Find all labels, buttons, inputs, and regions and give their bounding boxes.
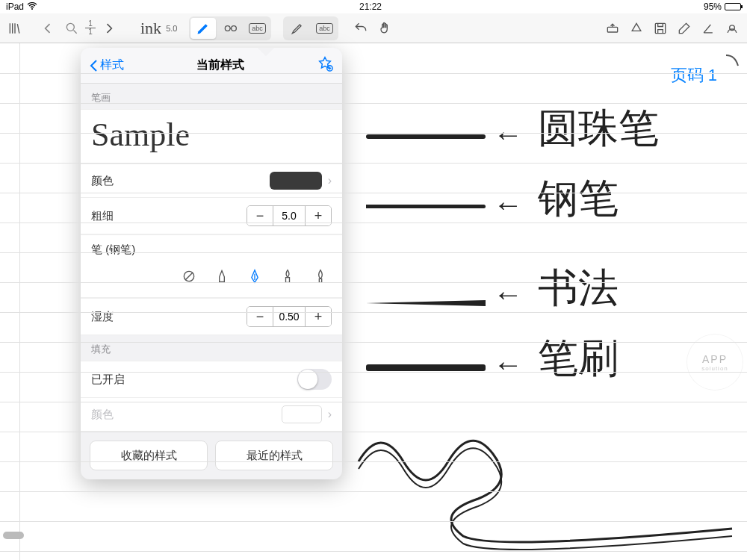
svg-rect-4 — [607, 27, 617, 32]
favorite-styles-button[interactable]: 收藏的样式 — [90, 441, 208, 470]
page-number-label: 页码 1 — [671, 64, 717, 87]
margin-line — [19, 43, 20, 560]
page-indicator[interactable]: 1 1 — [85, 20, 96, 36]
watermark: APPsolution — [687, 335, 743, 390]
popover-title: 当前样式 — [196, 57, 244, 73]
thickness-row: 粗细 − 5.0 + — [81, 198, 342, 234]
stroke-fountain — [366, 205, 486, 208]
recent-styles-button[interactable]: 最近的样式 — [215, 441, 333, 470]
search-icon[interactable] — [61, 18, 82, 39]
wifi-icon — [27, 1, 37, 12]
settings-icon[interactable] — [722, 18, 743, 39]
sample-preview: Sample — [81, 109, 342, 164]
wetness-stepper: − 0.50 + — [247, 306, 332, 327]
battery-percent: 95% — [704, 1, 722, 12]
insert-icon[interactable] — [602, 18, 623, 39]
label-ballpoint: 圆珠笔 — [538, 102, 659, 156]
wetness-plus[interactable]: + — [306, 307, 331, 326]
wetness-minus[interactable]: − — [247, 307, 273, 326]
section-fill: 填充 — [81, 335, 342, 361]
label-brush: 笔刷 — [538, 332, 619, 386]
style-popover: 样式 当前样式 笔画 Sample 颜色 › 粗细 − 5.0 + — [81, 48, 342, 479]
section-stroke: 笔画 — [81, 84, 342, 109]
svg-point-0 — [31, 8, 33, 10]
svg-point-2 — [226, 25, 231, 31]
angle-icon[interactable] — [698, 18, 719, 39]
eraser-icon[interactable] — [674, 18, 695, 39]
svg-point-3 — [232, 25, 237, 31]
corner-mark — [725, 54, 740, 69]
toolbar: 1 1 ink 5.0 abc abc — [0, 13, 747, 43]
pen-ballpoint-icon[interactable] — [214, 266, 230, 287]
pen-type-label: 笔 (钢笔) — [81, 234, 342, 260]
side-tab[interactable] — [3, 532, 24, 539]
chevron-right-icon: › — [328, 174, 332, 187]
highlighter-icon[interactable] — [285, 18, 310, 39]
label-fountain: 钢笔 — [538, 172, 619, 226]
library-icon[interactable] — [4, 18, 25, 39]
wetness-row: 湿度 − 0.50 + — [81, 298, 342, 335]
pen-none-icon[interactable] — [181, 266, 197, 287]
svg-point-1 — [66, 23, 74, 31]
fill-color-swatch — [282, 405, 322, 423]
stroke-calligraphy — [366, 296, 486, 302]
back-button[interactable]: 样式 — [90, 57, 124, 73]
read-mode-icon[interactable] — [217, 18, 243, 39]
canvas[interactable]: 页码 1 APPsolution ← 圆珠笔 ← 钢笔 ← 书法 ← 笔刷 样式… — [0, 43, 747, 560]
svg-rect-5 — [655, 23, 665, 33]
wetness-value: 0.50 — [273, 307, 306, 326]
tool-group-1: abc — [189, 16, 271, 40]
ink-size: 5.0 — [166, 24, 177, 33]
stroke-brush — [366, 364, 486, 371]
squiggle — [351, 417, 740, 554]
text-box-icon[interactable]: abc — [244, 18, 270, 39]
label-calligraphy: 书法 — [538, 261, 619, 316]
save-icon[interactable] — [650, 18, 671, 39]
stroke-ballpoint — [366, 134, 486, 139]
undo-icon[interactable] — [350, 18, 371, 39]
clock: 21:22 — [359, 1, 382, 12]
next-page-icon[interactable] — [99, 18, 120, 39]
svg-marker-6 — [366, 300, 486, 306]
text-highlight-icon[interactable]: abc — [311, 18, 337, 39]
status-bar: iPad 21:22 95% — [0, 0, 747, 13]
arrow-4: ← — [493, 348, 523, 382]
ink-label: ink — [140, 19, 161, 38]
pen-type-row — [81, 260, 342, 298]
color-swatch — [270, 172, 322, 190]
pen-calligraphy-icon[interactable] — [279, 266, 296, 287]
arrow-1: ← — [493, 118, 523, 152]
sample-text: Sample — [91, 116, 190, 153]
pen-brush-icon[interactable] — [312, 266, 329, 287]
device-label: iPad — [6, 1, 24, 12]
pen-fountain-icon[interactable] — [247, 266, 263, 287]
battery-icon — [725, 3, 741, 10]
chevron-right-icon: › — [328, 408, 332, 421]
favorite-icon[interactable] — [317, 55, 333, 75]
tool-group-2: abc — [283, 16, 338, 40]
shapes-icon[interactable] — [626, 18, 647, 39]
fill-color-row[interactable]: 颜色 › — [81, 398, 342, 432]
pen-tool-icon[interactable] — [190, 18, 216, 39]
fill-enabled-row: 已开启 — [81, 361, 342, 398]
prev-page-icon[interactable] — [37, 18, 58, 39]
hand-icon[interactable] — [374, 18, 395, 39]
